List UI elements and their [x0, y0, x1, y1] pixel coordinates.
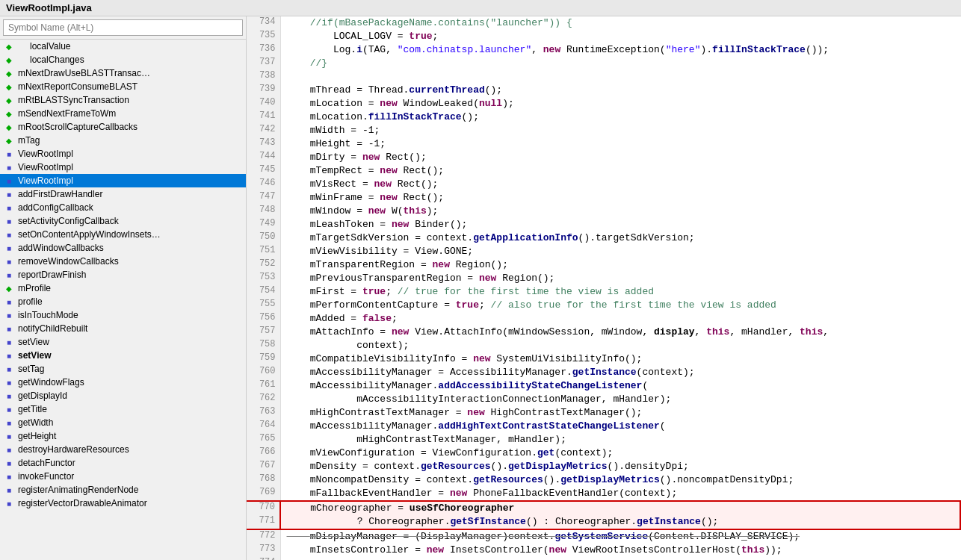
code-row: 741 mLocation.fillInStackTrace();	[247, 111, 960, 124]
line-number: 736	[247, 43, 280, 57]
sidebar-item[interactable]: getHeight	[0, 429, 246, 443]
sidebar-item[interactable]: mSendNextFrameToWm	[0, 107, 246, 120]
code-row: 772 mDisplayManager = (DisplayManager)co…	[247, 529, 960, 544]
sidebar-item[interactable]: getDisplayId	[0, 389, 246, 402]
code-row: 760 mAccessibilityManager = Accessibilit…	[247, 366, 960, 379]
sidebar-item[interactable]: registerVectorDrawableAnimator	[0, 497, 246, 510]
line-number: 745	[247, 164, 280, 178]
line-number: 742	[247, 124, 280, 137]
sidebar-item-label: setView	[18, 337, 49, 347]
line-number: 769	[247, 487, 280, 501]
sidebar-item[interactable]: notifyChildRebuilt	[0, 322, 246, 335]
sidebar-item[interactable]: localChanges	[0, 53, 246, 66]
line-number: 773	[247, 544, 280, 557]
code-row: 753 mPreviousTransparentRegion = new Reg…	[247, 272, 960, 285]
sidebar-item[interactable]: ViewRootImpl	[0, 147, 246, 161]
sidebar-item[interactable]: isInTouchMode	[0, 308, 246, 322]
sidebar-item[interactable]: mProfile	[0, 281, 246, 295]
code-area[interactable]: 734 //if(mBasePackageName.contains("laun…	[247, 16, 961, 560]
sidebar-item[interactable]: removeWindowCallbacks	[0, 255, 246, 268]
line-number: 741	[247, 111, 280, 124]
sidebar-item-label: reportDrawFinish	[18, 270, 86, 280]
code-line: mDirty = new Rect();	[280, 151, 960, 164]
sidebar-item-label: addConfigCallback	[18, 202, 93, 213]
code-line: mInsetsController = new InsetsController…	[280, 544, 960, 557]
sidebar-item[interactable]: mTag	[0, 134, 246, 147]
code-row: 747 mWinFrame = new Rect();	[247, 191, 960, 205]
search-input[interactable]	[3, 19, 243, 36]
sidebar-item[interactable]: setView	[0, 335, 246, 349]
code-line: mPreviousTransparentRegion = new Region(…	[280, 272, 960, 285]
code-row: 755 mPerformContentCapture = true; // al…	[247, 299, 960, 312]
blue-square-icon	[3, 470, 15, 482]
line-number: 771	[247, 515, 280, 529]
sidebar-item[interactable]: invokeFunctor	[0, 470, 246, 483]
sidebar-item[interactable]: addWindowCallbacks	[0, 241, 246, 255]
sidebar-item[interactable]: addFirstDrawHandler	[0, 187, 246, 201]
code-row: 769 mFallbackEventHandler = new PhoneFal…	[247, 487, 960, 501]
code-line: mAccessibilityInteractionConnectionManag…	[280, 393, 960, 406]
sidebar-item-label: localValue	[18, 41, 70, 52]
code-line: mLeashToken = new Binder();	[280, 218, 960, 231]
sidebar-item-label: mNextReportConsumeBLAST	[18, 81, 137, 92]
code-line: mAdded = false;	[280, 312, 960, 326]
symbol-list[interactable]: localValuelocalChangesmNextDrawUseBLASTT…	[0, 40, 246, 560]
sidebar-item[interactable]: setTag	[0, 362, 246, 376]
code-row: 763 mHighContrastTextManager = new HighC…	[247, 406, 960, 420]
line-number: 737	[247, 57, 280, 70]
code-line: mAttachInfo = new View.AttachInfo(mWindo…	[280, 326, 960, 339]
code-line: mWinFrame = new Rect();	[280, 191, 960, 205]
search-box	[0, 16, 246, 40]
sidebar-item[interactable]: getWindowFlags	[0, 376, 246, 389]
sidebar-item[interactable]: setOnContentApplyWindowInsets…	[0, 228, 246, 241]
blue-square-icon	[3, 215, 15, 227]
sidebar-item-label: ViewRootImpl	[18, 175, 73, 186]
sidebar-item[interactable]: registerAnimatingRenderNode	[0, 483, 246, 497]
sidebar-item[interactable]: mNextDrawUseBLASTTransac…	[0, 66, 246, 80]
sidebar-item[interactable]: setView	[0, 349, 246, 362]
code-row: 758 context);	[247, 339, 960, 352]
sidebar-item-label: setView	[18, 350, 51, 361]
blue-square-icon	[3, 255, 15, 267]
sidebar-item[interactable]: mRtBLASTSyncTransaction	[0, 93, 246, 107]
code-line: Log.i(TAG, "com.chinatsp.launcher", new …	[280, 43, 960, 57]
sidebar-item[interactable]: mRootScrollCaptureCallbacks	[0, 120, 246, 134]
line-number: 748	[247, 205, 280, 218]
sidebar-item[interactable]: profile	[0, 295, 246, 308]
sidebar-item[interactable]: localValue	[0, 40, 246, 53]
sidebar-item-label: profile	[18, 296, 43, 307]
main-layout: localValuelocalChangesmNextDrawUseBLASTT…	[0, 16, 961, 560]
code-line: //if(mBasePackageName.contains("launcher…	[280, 16, 960, 30]
code-row: 739 mThread = Thread.currentThread();	[247, 84, 960, 97]
code-row: 770 mChoreographer = useSfChoreographer	[247, 501, 960, 515]
sidebar-item[interactable]: addConfigCallback	[0, 201, 246, 214]
sidebar-item[interactable]: getTitle	[0, 402, 246, 416]
sidebar-item[interactable]: destroyHardwareResources	[0, 443, 246, 456]
sidebar-item[interactable]: ViewRootImpl	[0, 174, 246, 187]
blue-square-icon	[3, 323, 15, 335]
sidebar-item[interactable]: detachFunctor	[0, 456, 246, 470]
code-line: mDisplayManager = (DisplayManager)contex…	[280, 529, 960, 544]
sidebar-item[interactable]: mNextReportConsumeBLAST	[0, 80, 246, 93]
code-line: mLocation.fillInStackTrace();	[280, 111, 960, 124]
blue-square-icon	[3, 497, 15, 509]
line-number: 753	[247, 272, 280, 285]
code-row: 765 mHighContrastTextManager, mHandler);	[247, 433, 960, 447]
code-row: 757 mAttachInfo = new View.AttachInfo(mW…	[247, 326, 960, 339]
sidebar-item[interactable]: getWidth	[0, 416, 246, 429]
line-number: 747	[247, 191, 280, 205]
title-bar: ViewRootImpl.java	[0, 0, 961, 16]
blue-square-icon	[3, 175, 15, 187]
sidebar-item-label: getHeight	[18, 431, 56, 441]
sidebar-item[interactable]: reportDrawFinish	[0, 268, 246, 281]
blue-square-icon	[3, 430, 15, 442]
code-row: 750 mTargetSdkVersion = context.getAppli…	[247, 231, 960, 245]
sidebar-item-label: mNextDrawUseBLASTTransac…	[18, 68, 150, 78]
sidebar-item[interactable]: setActivityConfigCallback	[0, 214, 246, 228]
code-line: ? Choreographer.getSfInstance() : Choreo…	[280, 515, 960, 529]
sidebar-item[interactable]: ViewRootImpl	[0, 161, 246, 174]
code-row: 749 mLeashToken = new Binder();	[247, 218, 960, 231]
code-line: //}	[280, 57, 960, 70]
line-number: 746	[247, 178, 280, 191]
code-line: mPerformContentCapture = true; // also t…	[280, 299, 960, 312]
